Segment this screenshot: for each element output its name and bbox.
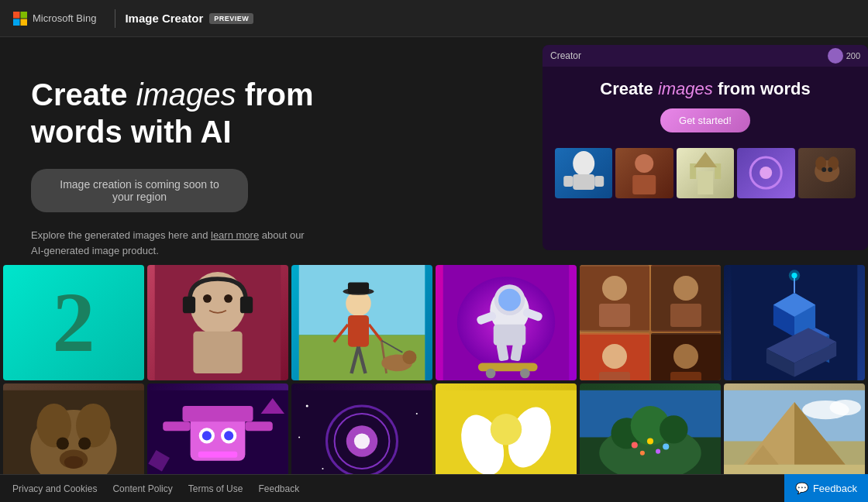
svg-rect-99: [599, 372, 630, 380]
preview-body: Create images from words Get started!: [542, 67, 868, 211]
preview-window: Creator 200 Create images from words Get…: [542, 45, 868, 250]
preview-thumb-dog: [798, 148, 856, 198]
svg-point-111: [663, 444, 669, 450]
header-divider: [115, 9, 115, 28]
grid-col-6: [724, 265, 865, 499]
grid-item-statue[interactable]: [147, 265, 288, 380]
footer: Privacy and Cookies Content Policy Terms…: [0, 474, 868, 502]
content-policy-link[interactable]: Content Policy: [112, 483, 172, 494]
grid-col-1: 2: [3, 265, 144, 499]
coming-soon-button[interactable]: Image creation is coming soon to your re…: [31, 169, 248, 212]
svg-point-85: [486, 369, 496, 379]
svg-rect-3: [21, 19, 28, 26]
svg-rect-9: [633, 175, 656, 194]
ms-bing-logo[interactable]: Microsoft Bing: [12, 11, 96, 26]
preview-title: Create images from words: [555, 79, 856, 99]
svg-rect-44: [163, 421, 190, 431]
svg-rect-58: [348, 283, 369, 294]
svg-point-90: [491, 414, 522, 445]
image-grid: 2: [0, 262, 868, 502]
preview-topbar: Creator 200: [542, 45, 868, 67]
microsoft-icon: [12, 11, 28, 26]
svg-rect-38: [183, 406, 253, 421]
svg-point-25: [57, 437, 69, 449]
svg-point-41: [202, 431, 212, 440]
svg-point-130: [830, 400, 861, 415]
svg-rect-1: [21, 12, 28, 19]
svg-point-4: [573, 151, 594, 176]
svg-rect-45: [245, 421, 272, 431]
hero-left: Create images from words with AI Image c…: [0, 37, 403, 281]
get-started-button[interactable]: Get started!: [660, 108, 750, 132]
svg-point-126: [789, 270, 800, 280]
learn-more-link[interactable]: learn more: [211, 229, 259, 241]
image-creator-label: Image Creator PREVIEW: [125, 12, 253, 25]
preview-images-row: [555, 148, 856, 198]
feedback-button[interactable]: 💬 Feedback: [784, 474, 868, 502]
portrait-cell-2: [651, 265, 721, 332]
svg-point-86: [520, 369, 530, 379]
grid-item-number2[interactable]: 2: [3, 265, 144, 380]
explore-text: Explore the generated images here and le…: [31, 228, 310, 258]
svg-point-8: [636, 154, 654, 173]
svg-rect-93: [599, 304, 630, 327]
svg-point-19: [822, 167, 826, 172]
svg-point-98: [602, 344, 627, 369]
svg-rect-5: [573, 174, 594, 190]
svg-point-20: [828, 167, 832, 172]
terms-link[interactable]: Terms of Use: [188, 483, 243, 494]
svg-rect-7: [594, 176, 604, 187]
svg-point-109: [632, 442, 638, 449]
header: Microsoft Bing Image Creator PREVIEW: [0, 0, 868, 37]
svg-point-95: [673, 276, 698, 301]
svg-point-113: [656, 449, 660, 454]
svg-rect-31: [193, 332, 242, 373]
svg-point-101: [673, 344, 698, 369]
preview-badge: PREVIEW: [209, 13, 253, 24]
svg-point-112: [640, 451, 645, 456]
svg-rect-35: [240, 297, 253, 314]
grid-item-city-iso[interactable]: [724, 265, 865, 380]
svg-point-69: [306, 404, 308, 407]
privacy-link[interactable]: Privacy and Cookies: [12, 483, 97, 494]
grid-col-4: [436, 265, 577, 499]
ms-bing-text: Microsoft Bing: [33, 12, 96, 24]
svg-point-61: [402, 350, 416, 364]
grid-item-oldman[interactable]: [291, 265, 432, 380]
preview-thumb-space: [737, 148, 794, 198]
svg-point-71: [322, 468, 323, 469]
svg-rect-0: [13, 12, 20, 19]
svg-point-78: [498, 289, 521, 311]
preview-thumb-astronaut: [555, 148, 612, 198]
svg-point-33: [224, 294, 232, 303]
svg-rect-102: [670, 372, 701, 380]
svg-point-110: [647, 438, 653, 444]
svg-point-92: [602, 276, 627, 301]
svg-rect-6: [563, 176, 573, 187]
svg-rect-84: [478, 363, 538, 371]
grid-col-2: [147, 265, 288, 499]
svg-rect-52: [348, 315, 369, 347]
image-creator-text: Image Creator: [125, 12, 203, 25]
hero-title: Create images from words with AI: [31, 76, 372, 150]
svg-marker-13: [694, 152, 717, 167]
portrait-cell-3: [580, 333, 649, 380]
feedback-footer-link[interactable]: Feedback: [258, 483, 299, 494]
svg-point-70: [416, 413, 418, 414]
svg-rect-79: [494, 325, 526, 346]
svg-rect-10: [698, 171, 713, 194]
svg-rect-34: [183, 297, 195, 314]
hero-preview: Creator 200 Create images from words Get…: [527, 45, 868, 262]
svg-point-28: [64, 456, 83, 469]
image-grid-row: 2: [0, 262, 868, 502]
svg-rect-43: [198, 452, 238, 458]
svg-point-15: [760, 167, 772, 179]
preview-thumb-castle: [677, 148, 734, 198]
grid-col-3: [291, 265, 432, 499]
grid-item-portraits[interactable]: [580, 265, 721, 380]
number2-text: 2: [3, 265, 144, 380]
svg-point-26: [78, 437, 91, 449]
grid-item-astronaut-skate[interactable]: [436, 265, 577, 380]
svg-point-42: [224, 431, 233, 440]
feedback-icon: 💬: [795, 482, 808, 494]
